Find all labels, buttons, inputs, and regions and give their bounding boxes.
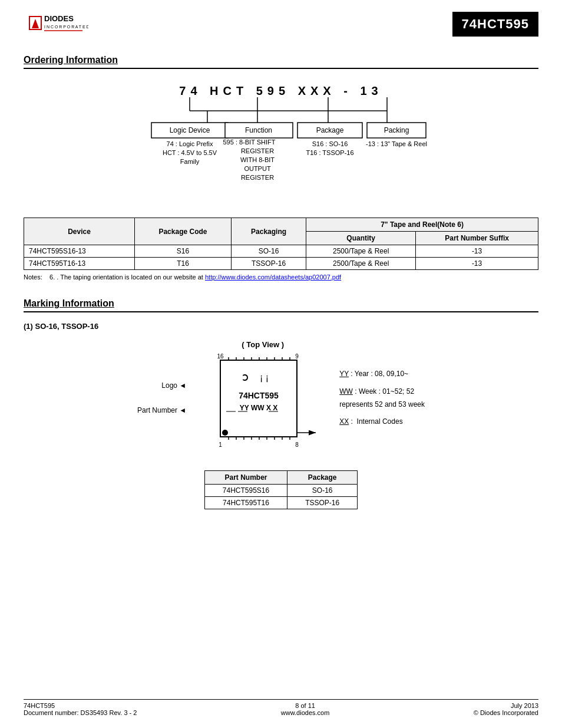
ordering-table: Device Package Code Packaging 7" Tape an…: [24, 218, 538, 270]
svg-text:WITH 8-BIT: WITH 8-BIT: [240, 156, 275, 163]
ordering-section: Ordering Information 74 HCT 595 XXX - 13: [24, 55, 538, 281]
marking-col-part: Part Number: [204, 471, 287, 485]
ic-left-labels: Logo ◄ Part Number ◄: [137, 380, 186, 417]
svg-text:Function: Function: [245, 126, 272, 134]
footer-website: www.diodes.com: [281, 709, 330, 716]
svg-text:REGISTER: REGISTER: [241, 147, 274, 154]
ordering-notes: Notes: 6. . The taping orientation is lo…: [24, 274, 538, 281]
col-packaging: Packaging: [231, 218, 306, 245]
svg-text:HCT : 4.5V to 5.5V: HCT : 4.5V to 5.5V: [163, 149, 217, 156]
col-package-code: Package Code: [135, 218, 232, 245]
part-code-diagram: 74 HCT 595 XXX - 13 Logic Device Functio: [24, 78, 538, 208]
svg-text:OUTPUT: OUTPUT: [244, 165, 271, 172]
svg-text:16: 16: [217, 353, 224, 360]
table-row: 74HCT595S16SO-16: [204, 485, 357, 497]
marking-table: Part Number Package 74HCT595S16SO-1674HC…: [204, 470, 358, 509]
top-view-label: ( Top View ): [204, 340, 322, 349]
footer-copyright: © Diodes Incorporated: [474, 709, 538, 716]
svg-text:REGISTER: REGISTER: [241, 174, 274, 181]
svg-text:1: 1: [219, 442, 222, 448]
svg-text:Package: Package: [316, 126, 344, 134]
table-row: 74HCT595T16-13T16TSSOP-162500/Tape & Ree…: [24, 258, 538, 270]
svg-text:ↄ: ↄ: [242, 370, 249, 383]
ic-diagram-area: Logo ◄ Part Number ◄ ( Top View ) 16 9: [24, 340, 538, 456]
col-tape-reel: 7" Tape and Reel(Note 6): [306, 218, 538, 232]
marking-subtitle: (1) SO-16, TSSOP-16: [24, 322, 538, 331]
legend-yy: YY : Year : 08, 09,10~: [339, 368, 425, 381]
page-header: DIODES I N C O R P O R A T E D 74HCT595: [24, 12, 538, 43]
footer-page: 8 of 11: [281, 702, 330, 709]
svg-text:S16 : SO-16: S16 : SO-16: [312, 140, 348, 147]
svg-text:T16 :  TSSOP-16: T16 : TSSOP-16: [306, 149, 353, 156]
table-row: 74HCT595T16TSSOP-16: [204, 497, 357, 509]
ordering-title: Ordering Information: [24, 55, 538, 69]
legend-xx: XX : Internal Codes: [339, 416, 425, 429]
svg-point-54: [222, 430, 228, 436]
marking-table-container: Part Number Package 74HCT595S16SO-1674HC…: [24, 470, 538, 509]
marking-section: Marking Information (1) SO-16, TSSOP-16 …: [24, 298, 538, 509]
svg-text:Logic Device: Logic Device: [170, 126, 210, 134]
svg-text:YY WW X X: YY WW X X: [240, 404, 277, 412]
svg-text:74HCT595: 74HCT595: [239, 391, 279, 400]
logo-label: Logo ◄: [137, 380, 186, 393]
part-number-label: Part Number ◄: [137, 404, 186, 417]
footer-doc-number: Document number: DS35493 Rev. 3 - 2: [24, 709, 137, 716]
svg-text:9: 9: [295, 353, 299, 360]
notes-link[interactable]: http://www.diodes.com/datasheets/ap02007…: [205, 274, 341, 281]
marking-col-package: Package: [287, 471, 358, 485]
svg-text:74 : Logic Prefix: 74 : Logic Prefix: [167, 140, 213, 147]
svg-text:¡ ¡: ¡ ¡: [260, 373, 269, 383]
ic-right-legend: YY : Year : 08, 09,10~ WW : Week : 01~52…: [339, 368, 425, 428]
ic-chip: ( Top View ) 16 9 ↄ ¡ ¡: [204, 340, 322, 456]
marking-title: Marking Information: [24, 298, 538, 312]
svg-text:Family: Family: [180, 158, 200, 165]
svg-text:74  HCT  595  XXX - 13: 74 HCT 595 XXX - 13: [179, 84, 382, 97]
footer-part-number: 74HCT595: [24, 702, 137, 709]
footer-center: 8 of 11 www.diodes.com: [281, 702, 330, 716]
svg-text:595 :  8-BIT SHIFT: 595 : 8-BIT SHIFT: [223, 139, 275, 146]
col-device: Device: [24, 218, 135, 245]
legend-ww: WW : Week : 01~52; 52 represents 52 and …: [339, 386, 425, 411]
footer-left: 74HCT595 Document number: DS35493 Rev. 3…: [24, 702, 137, 716]
footer-date: July 2013: [474, 702, 538, 709]
page-footer: 74HCT595 Document number: DS35493 Rev. 3…: [24, 699, 538, 716]
footer-right: July 2013 © Diodes Incorporated: [474, 702, 538, 716]
svg-text:Packing: Packing: [384, 126, 409, 134]
col-quantity: Quantity: [306, 232, 416, 245]
col-part-suffix: Part Number Suffix: [416, 232, 538, 245]
svg-text:DIODES: DIODES: [44, 14, 74, 23]
table-row: 74HCT595S16-13S16SO-162500/Tape & Reel-1…: [24, 245, 538, 258]
part-number-badge: 74HCT595: [452, 12, 538, 37]
svg-text:8: 8: [295, 442, 299, 448]
svg-text:-13 : 13" Tape & Reel: -13 : 13" Tape & Reel: [366, 140, 427, 147]
svg-text:I N C O R P O R A T E D: I N C O R P O R A T E D: [44, 25, 88, 29]
company-logo: DIODES I N C O R P O R A T E D: [24, 12, 94, 43]
